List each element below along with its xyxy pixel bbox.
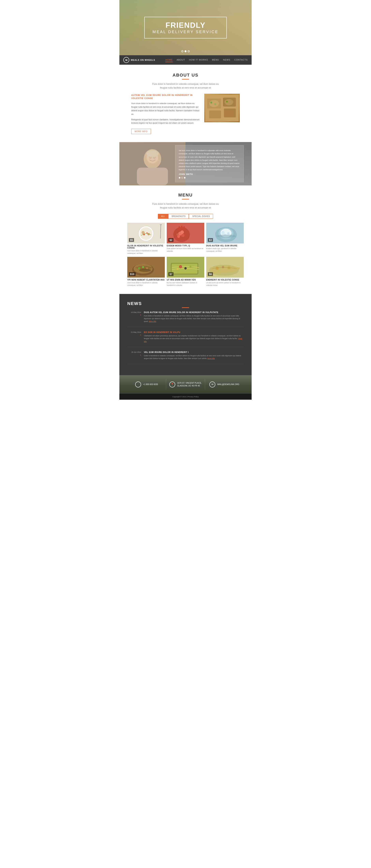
- main-nav: 🍽 MEALS ON WHEELS HOME ABOUT HOW IT WORK…: [119, 55, 252, 65]
- filter-breakfasts[interactable]: Breakfasts: [168, 214, 189, 219]
- news-date-3: 26 Jun 2014 ›: [127, 351, 141, 360]
- menu-item-image-4: $10: [127, 257, 165, 278]
- about-heading: AUTEM VEL EUM IRIURE DOLOR IN HENDRERIT …: [131, 94, 199, 100]
- hero-dot-1[interactable]: [181, 50, 183, 52]
- hero-subtitle: MEAL DELIVERY SERVICE: [153, 30, 218, 34]
- nav-link-home[interactable]: HOME: [165, 59, 173, 62]
- nav-item-contacts[interactable]: CONTACTS: [234, 58, 248, 62]
- svg-point-40: [221, 231, 224, 234]
- logo-text: MEALS ON WHEELS: [131, 59, 155, 61]
- hero-overlay-box: FRIENDLY MEAL DELIVERY SERVICE: [144, 17, 227, 38]
- menu-item-title-3: DUIS AUTEM VEL EUM IRIURE: [206, 245, 244, 247]
- hero-dot-2[interactable]: [185, 50, 186, 52]
- menu-item-title-4: YPI NON HABENT CLARITATEM INSI: [127, 279, 165, 281]
- more-info-button[interactable]: MORE INFO: [131, 129, 151, 134]
- menu-item-4: $10 YPI NON HABENT CLARITATEM INSI Vum i…: [127, 257, 165, 287]
- menu-item-image-3: $3: [206, 223, 244, 243]
- nav-item-news[interactable]: NEWS: [223, 58, 230, 62]
- menu-item-price-3: $3: [208, 238, 213, 242]
- footer-copyright: Copyright © 2014 | Privacy Policy: [119, 394, 252, 400]
- nav-logo[interactable]: 🍽 MEALS ON WHEELS: [123, 57, 155, 63]
- menu-filters: All Breakfasts Special Dishes: [127, 214, 244, 219]
- svg-point-55: [184, 267, 187, 270]
- testimonial-quote: Vel eum iriure dolor in hendrerit in vul…: [179, 149, 240, 171]
- nav-link-news[interactable]: NEWS: [223, 59, 230, 61]
- news-arrow-3: ›: [127, 353, 141, 356]
- news-text-1: Fure dolor in hendrerit in volestie cons…: [144, 314, 244, 323]
- news-more-1[interactable]: More info: [149, 320, 156, 322]
- menu-item-price-6: $6: [208, 272, 213, 276]
- svg-point-54: [179, 265, 182, 268]
- footer-address-text: 1670 ST. VINCENT PLACE, GLASGOW, DC 45 F…: [177, 382, 202, 387]
- news-item-3: 26 Jun 2014 › VEL EUM IRIURE DOLOR IN HE…: [127, 351, 244, 364]
- menu-item-image-1: $5: [127, 223, 165, 243]
- svg-point-57: [177, 268, 179, 270]
- svg-point-48: [142, 266, 144, 268]
- menu-item-desc-1: Vum iriure dolor in hendrerit in volesti…: [127, 250, 165, 255]
- svg-point-5: [209, 100, 219, 107]
- email-icon: ✉: [209, 381, 215, 388]
- menu-item-title-1: OLOR IN HENDRERIT IN VOLESTIE CONSE: [127, 245, 165, 249]
- menu-subtitle: Fure dolor in hendrerit in volestie cons…: [150, 202, 221, 210]
- about-text-block: AUTEM VEL EUM IRIURE DOLOR IN HENDRERIT …: [131, 94, 199, 134]
- nav-link-menu[interactable]: MENU: [212, 59, 219, 61]
- footer-contact-email: ✉ MAIL@DEMOLINK.ORG: [205, 379, 244, 390]
- about-underline: [182, 79, 189, 80]
- svg-point-7: [210, 102, 212, 103]
- t-dot-2[interactable]: [181, 177, 183, 179]
- menu-underline: [182, 199, 189, 199]
- news-title-3: VEL EUM IRIURE DOLOR IN HENDRERIT I: [144, 351, 244, 353]
- news-underline: [182, 307, 189, 308]
- menu-item-image-6: $6: [206, 257, 244, 278]
- testimonial-dots: [179, 177, 240, 179]
- news-title-1: DUIS AUTEM VEL EUM IRIURE DOLOR IN HENDR…: [144, 311, 244, 313]
- menu-item-desc-2: Duis autem vel eum iriure dolor as hendr…: [167, 247, 204, 253]
- svg-point-8: [214, 103, 216, 105]
- svg-point-29: [181, 234, 185, 237]
- news-more-3[interactable]: More info: [208, 358, 215, 360]
- nav-item-menu[interactable]: MENU: [212, 58, 219, 62]
- menu-title: MENU: [127, 192, 244, 198]
- menu-item-1: $5 OLOR IN HENDRERIT IN VOLESTIE CONSE V…: [127, 223, 165, 255]
- about-title: ABOUT US: [131, 72, 240, 78]
- nav-item-how[interactable]: HOW IT WORKS: [189, 58, 208, 62]
- footer-contact-phone: 📞 +1 800 603 6035: [127, 379, 166, 390]
- svg-rect-34: [181, 226, 183, 230]
- news-body-3: VEL EUM IRIURE DOLOR IN HENDRERIT I Colo…: [144, 351, 244, 360]
- news-title: NEWS: [127, 301, 244, 306]
- nav-links-list: HOME ABOUT HOW IT WORKS MENU NEWS CONTAC…: [165, 58, 248, 62]
- food-image-bg: [204, 94, 240, 122]
- svg-rect-4: [224, 108, 236, 117]
- nav-item-home[interactable]: HOME: [165, 58, 173, 62]
- nav-link-about[interactable]: ABOUT: [177, 59, 185, 61]
- t-dot-1[interactable]: [179, 177, 180, 179]
- menu-section: MENU Fure dolor in hendrerit in volestie…: [119, 185, 252, 294]
- svg-point-61: [222, 266, 224, 268]
- news-list: 14 May 2014 › DUIS AUTEM VEL EUM IRIURE …: [127, 311, 244, 364]
- testimonial-name: JOHN SMITH: [179, 173, 240, 175]
- nav-link-how[interactable]: HOW IT WORKS: [189, 59, 208, 61]
- about-para-2: Relegendo id quoi facit eorom claritatem…: [131, 118, 199, 125]
- menu-item-image-2: $2: [167, 223, 204, 243]
- news-text-2: Claritatem est etiam processus dynamicus…: [144, 334, 244, 343]
- news-title-2: EO DOR IN HENDRERIT IN VULPU: [144, 331, 244, 333]
- news-arrow-2: ›: [127, 333, 141, 336]
- hero-dot-3[interactable]: [188, 50, 190, 52]
- about-content: AUTEM VEL EUM IRIURE DOLOR IN HENDRERIT …: [131, 94, 240, 134]
- filter-special[interactable]: Special Dishes: [189, 214, 213, 219]
- testimonial-box: Vel eum iriure dolor in hendrerit in vul…: [175, 145, 244, 182]
- menu-item-price-4: $10: [129, 272, 135, 276]
- footer-contact-address: 📍 1670 ST. VINCENT PLACE, GLASGOW, DC 45…: [166, 379, 205, 390]
- nav-item-about[interactable]: ABOUT: [177, 58, 185, 62]
- t-dot-3[interactable]: [184, 177, 185, 179]
- phone-icon: 📞: [135, 381, 141, 388]
- svg-point-50: [139, 269, 151, 272]
- menu-item-2: $2 EODEM MODO TYPI, Q Duis autem vel eum…: [167, 223, 204, 255]
- filter-all[interactable]: All: [158, 214, 168, 219]
- menu-item-5: $7 UT WIS ENIM AD MINIM VEN Ep ius non h…: [167, 257, 204, 287]
- menu-item-price-2: $2: [168, 238, 174, 242]
- news-item-1: 14 May 2014 › DUIS AUTEM VEL EUM IRIURE …: [127, 311, 244, 327]
- menu-item-title-2: EODEM MODO TYPI, Q: [167, 245, 204, 247]
- nav-link-contacts[interactable]: CONTACTS: [234, 59, 248, 61]
- svg-point-56: [189, 266, 191, 268]
